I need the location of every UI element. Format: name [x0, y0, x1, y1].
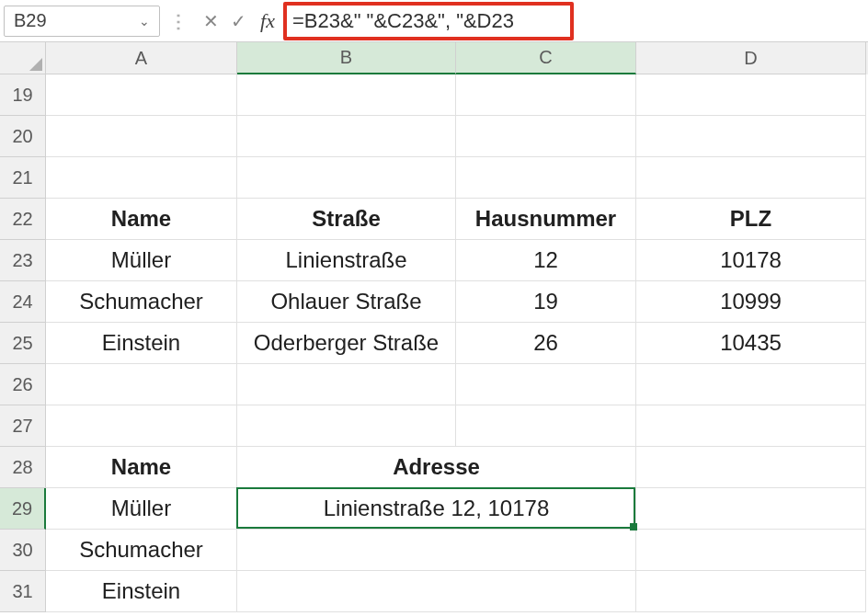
- row-20: 20: [0, 116, 868, 157]
- cell[interactable]: [237, 405, 456, 447]
- cell-active[interactable]: Linienstraße 12, 10178: [237, 488, 636, 530]
- x-icon: ✕: [203, 10, 219, 32]
- row-26: 26: [0, 364, 868, 405]
- row-header[interactable]: 28: [0, 447, 46, 488]
- cancel-formula-button[interactable]: ✕: [197, 6, 224, 37]
- cell[interactable]: [636, 364, 866, 405]
- row-21: 21: [0, 157, 868, 199]
- cell[interactable]: [456, 405, 636, 447]
- spreadsheet-grid: A B C D 19 20 21 22 Name Straße Hausnumm…: [0, 42, 868, 612]
- chevron-down-icon[interactable]: ⌄: [139, 14, 150, 29]
- formula-text: =B23&" "&C23&", "&D23: [289, 9, 514, 33]
- cell[interactable]: [237, 74, 456, 116]
- name-box-value: B29: [14, 10, 47, 31]
- cell[interactable]: [46, 364, 237, 405]
- cell[interactable]: [237, 530, 636, 571]
- row-header[interactable]: 26: [0, 364, 46, 405]
- cell-name-header[interactable]: Name: [46, 199, 237, 240]
- cell[interactable]: [636, 530, 866, 571]
- row-header[interactable]: 23: [0, 240, 46, 281]
- row-25: 25 Einstein Oderberger Straße 26 10435: [0, 323, 868, 364]
- cell-adresse-header[interactable]: Adresse: [237, 447, 636, 488]
- cell[interactable]: Einstein: [46, 323, 237, 364]
- fx-icon: fx: [260, 9, 275, 33]
- col-header-d[interactable]: D: [636, 42, 866, 74]
- cell[interactable]: [46, 74, 237, 116]
- cell-plz-header[interactable]: PLZ: [636, 199, 866, 240]
- cell[interactable]: [636, 116, 866, 157]
- cell-value: Linienstraße 12, 10178: [324, 496, 550, 521]
- row-29: 29 Müller Linienstraße 12, 10178: [0, 488, 868, 530]
- name-box[interactable]: B29 ⌄: [4, 6, 160, 37]
- cell[interactable]: [46, 157, 237, 199]
- row-31: 31 Einstein: [0, 571, 868, 612]
- cell[interactable]: Müller: [46, 240, 237, 281]
- confirm-formula-button[interactable]: ✓: [224, 6, 252, 37]
- fx-button[interactable]: fx: [252, 9, 283, 33]
- row-header[interactable]: 20: [0, 116, 46, 157]
- cell[interactable]: [456, 157, 636, 199]
- row-30: 30 Schumacher: [0, 530, 868, 571]
- row-header[interactable]: 30: [0, 530, 46, 571]
- cell-hausnummer-header[interactable]: Hausnummer: [456, 199, 636, 240]
- row-24: 24 Schumacher Ohlauer Straße 19 10999: [0, 281, 868, 323]
- cell-strasse-header[interactable]: Straße: [237, 199, 456, 240]
- column-headers: A B C D: [0, 42, 868, 74]
- cell[interactable]: 10435: [636, 323, 866, 364]
- check-icon: ✓: [231, 10, 246, 32]
- cell[interactable]: [237, 116, 456, 157]
- cell[interactable]: [636, 405, 866, 447]
- cell[interactable]: [456, 74, 636, 116]
- cell[interactable]: [456, 364, 636, 405]
- col-header-b[interactable]: B: [237, 42, 456, 74]
- cell[interactable]: [237, 364, 456, 405]
- cell[interactable]: [46, 116, 237, 157]
- cell[interactable]: Oderberger Straße: [237, 323, 456, 364]
- row-header[interactable]: 25: [0, 323, 46, 364]
- row-header[interactable]: 21: [0, 157, 46, 199]
- formula-bar: B29 ⌄ ⋮ ✕ ✓ fx =B23&" "&C23&", "&D23: [0, 0, 868, 42]
- cell[interactable]: 26: [456, 323, 636, 364]
- row-23: 23 Müller Linienstraße 12 10178: [0, 240, 868, 281]
- cell[interactable]: [636, 488, 866, 530]
- cell[interactable]: Schumacher: [46, 281, 237, 323]
- row-header[interactable]: 29: [0, 488, 46, 530]
- select-all-corner[interactable]: [0, 42, 46, 74]
- cell[interactable]: Schumacher: [46, 530, 237, 571]
- row-22: 22 Name Straße Hausnummer PLZ: [0, 199, 868, 240]
- cell[interactable]: 12: [456, 240, 636, 281]
- cell[interactable]: 10178: [636, 240, 866, 281]
- cell[interactable]: [636, 157, 866, 199]
- col-header-a[interactable]: A: [46, 42, 237, 74]
- row-28: 28 Name Adresse: [0, 447, 868, 488]
- row-header[interactable]: 24: [0, 281, 46, 323]
- col-header-c[interactable]: C: [456, 42, 636, 74]
- cell[interactable]: [456, 116, 636, 157]
- separator-icon: ⋮: [160, 10, 197, 32]
- row-19: 19: [0, 74, 868, 116]
- row-27: 27: [0, 405, 868, 447]
- cell-name-header2[interactable]: Name: [46, 447, 237, 488]
- row-header[interactable]: 19: [0, 74, 46, 116]
- cell[interactable]: Müller: [46, 488, 237, 530]
- cell[interactable]: [237, 157, 456, 199]
- row-header[interactable]: 31: [0, 571, 46, 612]
- cell[interactable]: Ohlauer Straße: [237, 281, 456, 323]
- row-header[interactable]: 22: [0, 199, 46, 240]
- cell[interactable]: Einstein: [46, 571, 237, 612]
- cell[interactable]: [636, 74, 866, 116]
- cell[interactable]: [636, 571, 866, 612]
- cell[interactable]: [237, 571, 636, 612]
- formula-input[interactable]: =B23&" "&C23&", "&D23: [283, 5, 864, 38]
- row-header[interactable]: 27: [0, 405, 46, 447]
- cell[interactable]: 10999: [636, 281, 866, 323]
- cell[interactable]: [636, 447, 866, 488]
- cell[interactable]: Linienstraße: [237, 240, 456, 281]
- cell[interactable]: [46, 405, 237, 447]
- cell[interactable]: 19: [456, 281, 636, 323]
